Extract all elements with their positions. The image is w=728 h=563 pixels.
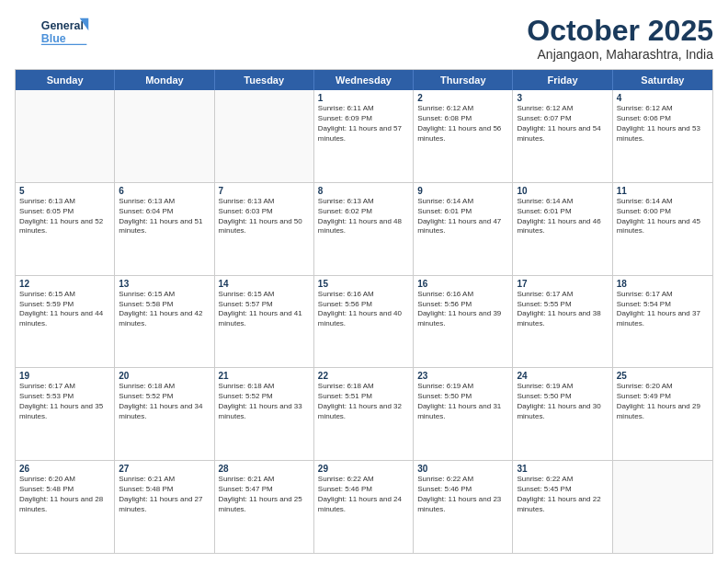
table-row: 10Sunrise: 6:14 AM Sunset: 6:01 PM Dayli… [513,183,612,275]
table-row: 15Sunrise: 6:16 AM Sunset: 5:56 PM Dayli… [314,276,414,368]
day-number: 13 [119,279,210,289]
day-number: 8 [318,186,409,196]
cell-info: Sunrise: 6:14 AM Sunset: 6:01 PM Dayligh… [417,197,508,236]
cell-info: Sunrise: 6:21 AM Sunset: 5:47 PM Dayligh… [219,475,310,514]
logo: General Blue [15,15,97,52]
cell-info: Sunrise: 6:14 AM Sunset: 6:01 PM Dayligh… [517,197,608,236]
calendar-row: 12Sunrise: 6:15 AM Sunset: 5:59 PM Dayli… [16,276,712,369]
cell-info: Sunrise: 6:12 AM Sunset: 6:08 PM Dayligh… [417,104,508,144]
table-row: 27Sunrise: 6:21 AM Sunset: 5:48 PM Dayli… [115,461,214,553]
cell-info: Sunrise: 6:11 AM Sunset: 6:09 PM Dayligh… [318,104,409,144]
day-number: 29 [318,464,409,474]
table-row: 20Sunrise: 6:18 AM Sunset: 5:52 PM Dayli… [115,368,214,460]
table-row: 28Sunrise: 6:21 AM Sunset: 5:47 PM Dayli… [215,461,314,553]
cell-info: Sunrise: 6:15 AM Sunset: 5:59 PM Dayligh… [19,290,110,329]
cell-info: Sunrise: 6:13 AM Sunset: 6:02 PM Dayligh… [318,197,409,236]
cell-info: Sunrise: 6:13 AM Sunset: 6:03 PM Dayligh… [219,197,310,236]
table-row: 16Sunrise: 6:16 AM Sunset: 5:56 PM Dayli… [414,276,513,368]
table-row: 14Sunrise: 6:15 AM Sunset: 5:57 PM Dayli… [215,276,314,368]
day-number: 2 [417,93,508,103]
cell-info: Sunrise: 6:16 AM Sunset: 5:56 PM Dayligh… [417,290,508,329]
cell-info: Sunrise: 6:19 AM Sunset: 5:50 PM Dayligh… [517,382,608,421]
cell-info: Sunrise: 6:12 AM Sunset: 6:06 PM Dayligh… [617,104,709,144]
weekday-thursday: Thursday [414,70,513,90]
table-row: 26Sunrise: 6:20 AM Sunset: 5:48 PM Dayli… [16,461,115,553]
table-row: 8Sunrise: 6:13 AM Sunset: 6:02 PM Daylig… [314,183,414,275]
weekday-monday: Monday [115,70,214,90]
location-subtitle: Anjangaon, Maharashtra, India [527,47,713,62]
table-row [613,461,712,553]
header: General Blue October 2025 Anjangaon, Mah… [15,15,713,62]
day-number: 16 [417,279,508,289]
cell-info: Sunrise: 6:17 AM Sunset: 5:54 PM Dayligh… [617,290,709,329]
calendar-row: 5Sunrise: 6:13 AM Sunset: 6:05 PM Daylig… [16,183,712,276]
table-row: 30Sunrise: 6:22 AM Sunset: 5:46 PM Dayli… [414,461,513,553]
day-number: 21 [219,371,310,381]
table-row: 31Sunrise: 6:22 AM Sunset: 5:45 PM Dayli… [513,461,612,553]
cell-info: Sunrise: 6:13 AM Sunset: 6:05 PM Dayligh… [19,197,110,236]
weekday-tuesday: Tuesday [215,70,314,90]
cell-info: Sunrise: 6:22 AM Sunset: 5:45 PM Dayligh… [517,475,608,514]
calendar-row: 26Sunrise: 6:20 AM Sunset: 5:48 PM Dayli… [16,461,712,553]
table-row: 6Sunrise: 6:13 AM Sunset: 6:04 PM Daylig… [115,183,214,275]
table-row: 2Sunrise: 6:12 AM Sunset: 6:08 PM Daylig… [414,90,513,182]
day-number: 12 [19,279,110,289]
table-row [115,90,214,182]
day-number: 31 [517,464,608,474]
table-row: 21Sunrise: 6:18 AM Sunset: 5:52 PM Dayli… [215,368,314,460]
table-row: 25Sunrise: 6:20 AM Sunset: 5:49 PM Dayli… [613,368,712,460]
day-number: 14 [219,279,310,289]
table-row: 13Sunrise: 6:15 AM Sunset: 5:58 PM Dayli… [115,276,214,368]
day-number: 27 [119,464,210,474]
table-row: 7Sunrise: 6:13 AM Sunset: 6:03 PM Daylig… [215,183,314,275]
cell-info: Sunrise: 6:13 AM Sunset: 6:04 PM Dayligh… [119,197,210,236]
table-row [215,90,314,182]
day-number: 10 [517,186,608,196]
title-block: October 2025 Anjangaon, Maharashtra, Ind… [527,15,713,62]
cell-info: Sunrise: 6:22 AM Sunset: 5:46 PM Dayligh… [417,475,508,514]
cell-info: Sunrise: 6:14 AM Sunset: 6:00 PM Dayligh… [617,197,709,236]
day-number: 3 [517,93,608,103]
day-number: 17 [517,279,608,289]
day-number: 23 [417,371,508,381]
cell-info: Sunrise: 6:19 AM Sunset: 5:50 PM Dayligh… [417,382,508,421]
day-number: 20 [119,371,210,381]
cell-info: Sunrise: 6:21 AM Sunset: 5:48 PM Dayligh… [119,475,210,514]
svg-text:Blue: Blue [41,32,66,45]
table-row: 1Sunrise: 6:11 AM Sunset: 6:09 PM Daylig… [314,90,414,182]
day-number: 11 [617,186,709,196]
table-row: 9Sunrise: 6:14 AM Sunset: 6:01 PM Daylig… [414,183,513,275]
calendar-row: 19Sunrise: 6:17 AM Sunset: 5:53 PM Dayli… [16,368,712,461]
table-row: 29Sunrise: 6:22 AM Sunset: 5:46 PM Dayli… [314,461,414,553]
month-title: October 2025 [527,15,713,47]
cell-info: Sunrise: 6:15 AM Sunset: 5:57 PM Dayligh… [219,290,310,329]
cell-info: Sunrise: 6:18 AM Sunset: 5:51 PM Dayligh… [318,382,409,421]
day-number: 15 [318,279,409,289]
table-row: 17Sunrise: 6:17 AM Sunset: 5:55 PM Dayli… [513,276,612,368]
day-number: 18 [617,279,709,289]
table-row: 23Sunrise: 6:19 AM Sunset: 5:50 PM Dayli… [414,368,513,460]
table-row: 19Sunrise: 6:17 AM Sunset: 5:53 PM Dayli… [16,368,115,460]
day-number: 28 [219,464,310,474]
page: General Blue October 2025 Anjangaon, Mah… [0,0,728,563]
cell-info: Sunrise: 6:16 AM Sunset: 5:56 PM Dayligh… [318,290,409,329]
day-number: 5 [19,186,110,196]
cell-info: Sunrise: 6:15 AM Sunset: 5:58 PM Dayligh… [119,290,210,329]
calendar-body: 1Sunrise: 6:11 AM Sunset: 6:09 PM Daylig… [16,90,712,553]
day-number: 24 [517,371,608,381]
day-number: 6 [119,186,210,196]
day-number: 25 [617,371,709,381]
day-number: 1 [318,93,409,103]
cell-info: Sunrise: 6:20 AM Sunset: 5:48 PM Dayligh… [19,475,110,514]
table-row: 24Sunrise: 6:19 AM Sunset: 5:50 PM Dayli… [513,368,612,460]
calendar-row: 1Sunrise: 6:11 AM Sunset: 6:09 PM Daylig… [16,90,712,183]
day-number: 4 [617,93,709,103]
day-number: 9 [417,186,508,196]
cell-info: Sunrise: 6:12 AM Sunset: 6:07 PM Dayligh… [517,104,608,144]
table-row: 22Sunrise: 6:18 AM Sunset: 5:51 PM Dayli… [314,368,414,460]
calendar-header: Sunday Monday Tuesday Wednesday Thursday… [16,70,712,90]
table-row: 5Sunrise: 6:13 AM Sunset: 6:05 PM Daylig… [16,183,115,275]
weekday-saturday: Saturday [613,70,712,90]
cell-info: Sunrise: 6:17 AM Sunset: 5:53 PM Dayligh… [19,382,110,421]
day-number: 26 [19,464,110,474]
